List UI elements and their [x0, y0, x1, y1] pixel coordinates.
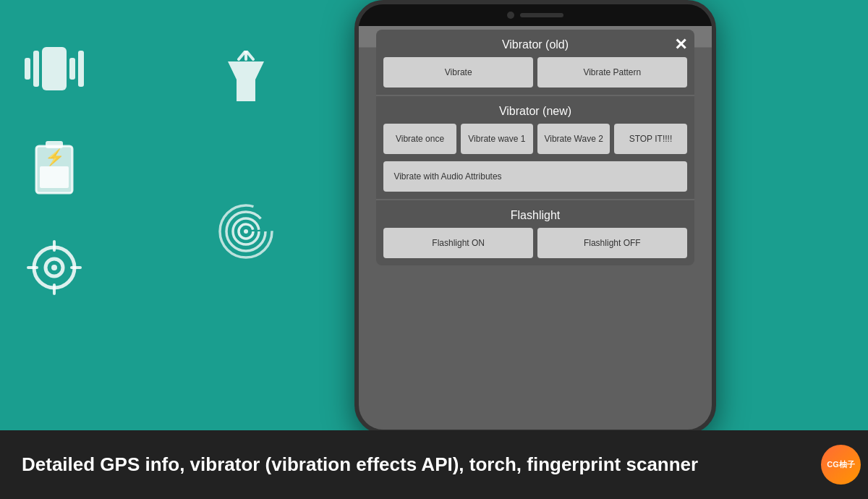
vibrate-once-button[interactable]: Vibrate once: [383, 124, 456, 154]
flashlight-on-button[interactable]: Flashlight ON: [383, 228, 533, 258]
icons-right-panel: [217, 51, 275, 260]
flashlight-buttons: Flashlight ON Flashlight OFF: [376, 228, 694, 265]
svg-point-23: [244, 229, 248, 234]
fingerprint-icon: [217, 202, 275, 260]
phone-camera: [507, 12, 514, 19]
phone-speaker: [520, 13, 563, 17]
flashlight-off-button[interactable]: Flashlight OFF: [537, 228, 687, 258]
cg-logo: CG柚子: [821, 445, 861, 485]
svg-text:⚡: ⚡: [45, 148, 65, 167]
modal-dialog: ✕ Vibrator (old) Vibrate Vibrate Pattern…: [376, 30, 694, 265]
vibrator-old-title: Vibrator (old): [376, 30, 694, 57]
gps-icon: [22, 239, 87, 297]
svg-rect-4: [78, 51, 84, 87]
close-button[interactable]: ✕: [674, 37, 687, 53]
icons-panel: ⚡: [22, 43, 87, 297]
vibrate-audio-attributes-button[interactable]: Vibrate with Audio Attributes: [383, 161, 686, 192]
svg-rect-0: [25, 58, 30, 80]
vibrate-icon: [22, 43, 87, 94]
bottom-bar: Detailed GPS info, vibrator (vibration e…: [0, 430, 868, 499]
vibrate-wave1-button[interactable]: Vibrate wave 1: [461, 124, 533, 154]
vibrate-button[interactable]: Vibrate: [383, 57, 533, 88]
phone-top-bar: [359, 4, 712, 26]
battery-icon: ⚡: [22, 137, 87, 195]
svg-rect-6: [46, 141, 63, 148]
phone-screen: bearing: -168.1062 ✕ Vibrator (old) Vibr…: [359, 26, 712, 430]
vibrate-wave2-button[interactable]: Vibrate Wave 2: [537, 124, 610, 154]
filter-icon: [217, 51, 275, 108]
svg-rect-7: [40, 166, 69, 188]
vibrator-new-buttons: Vibrate once Vibrate wave 1 Vibrate Wave…: [376, 124, 694, 161]
vibrator-new-title: Vibrator (new): [376, 96, 694, 124]
vibrate-pattern-button[interactable]: Vibrate Pattern: [537, 57, 687, 88]
svg-rect-2: [42, 47, 67, 90]
svg-point-11: [51, 265, 57, 270]
bottom-bar-text: Detailed GPS info, vibrator (vibration e…: [22, 453, 698, 476]
svg-rect-1: [33, 51, 39, 87]
phone-frame: bearing: -168.1062 ✕ Vibrator (old) Vibr…: [354, 0, 716, 434]
modal-overlay: ✕ Vibrator (old) Vibrate Vibrate Pattern…: [359, 26, 712, 430]
stop-button[interactable]: STOP IT!!!!: [614, 124, 686, 154]
flashlight-title: Flashlight: [376, 200, 694, 228]
svg-rect-3: [69, 58, 75, 80]
vibrator-old-buttons: Vibrate Vibrate Pattern: [376, 57, 694, 95]
